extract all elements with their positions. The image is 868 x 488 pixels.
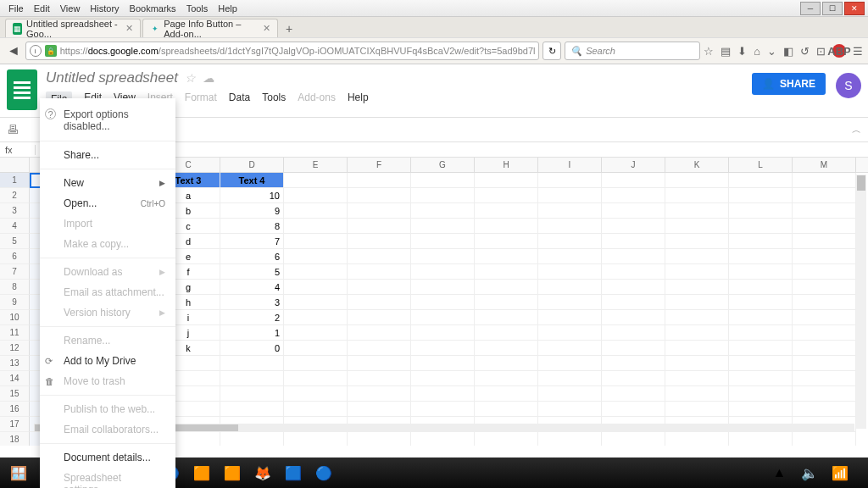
cell[interactable] <box>538 295 602 310</box>
cell[interactable] <box>793 310 856 325</box>
col-header-H[interactable]: H <box>475 158 538 172</box>
cell[interactable] <box>538 264 602 280</box>
cell[interactable] <box>729 234 793 249</box>
cell[interactable] <box>411 295 475 310</box>
cell[interactable] <box>793 234 856 249</box>
cell[interactable]: 6 <box>220 249 284 264</box>
row-header[interactable]: 15 <box>0 386 30 402</box>
cell[interactable] <box>665 325 729 341</box>
cell[interactable] <box>284 341 348 356</box>
menu-format[interactable]: Format <box>185 92 217 107</box>
ff-menu-bookmarks[interactable]: Bookmarks <box>125 2 181 15</box>
cell[interactable] <box>284 203 348 219</box>
cell[interactable] <box>729 310 793 325</box>
cell[interactable] <box>348 203 411 219</box>
cell[interactable] <box>475 432 538 446</box>
bookmark-star-icon[interactable]: ☆ <box>704 45 714 58</box>
new-tab-button[interactable]: + <box>280 20 298 37</box>
cell[interactable] <box>220 371 284 386</box>
screenshot-icon[interactable]: ⊡ <box>816 45 826 58</box>
cell[interactable] <box>665 219 729 234</box>
row-header[interactable]: 16 <box>0 402 30 417</box>
cell[interactable] <box>538 402 602 417</box>
document-title[interactable]: Untitled spreadsheet <box>46 69 178 86</box>
cell[interactable] <box>284 219 348 234</box>
cell[interactable] <box>284 264 348 280</box>
cell[interactable] <box>793 173 856 188</box>
cell[interactable] <box>538 371 602 386</box>
cell[interactable] <box>793 188 856 203</box>
cell[interactable] <box>411 234 475 249</box>
cell[interactable] <box>602 325 665 341</box>
drive-status-icon[interactable]: ☁ <box>203 71 214 85</box>
cell[interactable] <box>538 341 602 356</box>
ff-menu-edit[interactable]: Edit <box>29 2 55 15</box>
cell[interactable] <box>475 280 538 295</box>
row-header[interactable]: 4 <box>0 219 30 234</box>
cell[interactable] <box>348 173 411 188</box>
col-header-F[interactable]: F <box>348 158 411 172</box>
cell[interactable] <box>665 386 729 402</box>
cell[interactable] <box>729 356 793 371</box>
cell[interactable] <box>411 386 475 402</box>
window-minimize-button[interactable]: ─ <box>800 2 821 15</box>
row-header[interactable]: 1 <box>0 173 30 188</box>
taskbar-skype-icon[interactable]: 🔵 <box>310 461 337 485</box>
tab-close-icon[interactable]: ✕ <box>263 23 270 34</box>
cell[interactable] <box>284 249 348 264</box>
row-header[interactable]: 14 <box>0 371 30 386</box>
sync-icon[interactable]: ↺ <box>800 45 810 58</box>
cell[interactable] <box>475 249 538 264</box>
cell[interactable] <box>602 371 665 386</box>
reload-button[interactable]: ↻ <box>542 42 561 60</box>
cell[interactable]: 8 <box>220 219 284 234</box>
sheets-logo-icon[interactable] <box>7 69 37 110</box>
file-menu-item[interactable]: ⟳Add to My Drive <box>40 351 175 371</box>
tab-close-icon[interactable]: ✕ <box>125 23 133 34</box>
cell[interactable] <box>538 325 602 341</box>
address-bar[interactable]: i 🔒 https://docs.google.com/spreadsheets… <box>25 42 540 60</box>
star-icon[interactable]: ☆ <box>185 71 196 85</box>
cell[interactable] <box>475 203 538 219</box>
cell[interactable] <box>793 325 856 341</box>
cell[interactable] <box>538 173 602 188</box>
cell[interactable] <box>284 386 348 402</box>
cell[interactable] <box>793 280 856 295</box>
cell[interactable] <box>475 234 538 249</box>
menu-addons[interactable]: Add-ons <box>298 92 336 107</box>
cell[interactable] <box>793 341 856 356</box>
pocket-icon[interactable]: ⌄ <box>767 45 776 58</box>
downloads-icon[interactable]: ⬇ <box>737 45 747 58</box>
cell[interactable] <box>665 432 729 446</box>
cell[interactable] <box>220 432 284 446</box>
col-header-D[interactable]: D <box>220 158 284 172</box>
start-button[interactable]: 🪟 <box>5 461 32 485</box>
cell[interactable] <box>411 371 475 386</box>
cell[interactable]: 2 <box>220 310 284 325</box>
row-header[interactable]: 7 <box>0 264 30 280</box>
cell[interactable] <box>411 219 475 234</box>
cell[interactable] <box>602 356 665 371</box>
cell[interactable] <box>602 386 665 402</box>
cell[interactable] <box>475 295 538 310</box>
cell[interactable]: 5 <box>220 264 284 280</box>
cell[interactable] <box>729 188 793 203</box>
cell[interactable] <box>538 219 602 234</box>
cell[interactable] <box>793 295 856 310</box>
cell[interactable] <box>348 234 411 249</box>
cell[interactable] <box>793 203 856 219</box>
cell[interactable] <box>475 310 538 325</box>
cell[interactable] <box>793 264 856 280</box>
search-box[interactable]: 🔍 Search <box>565 42 700 60</box>
cell[interactable] <box>665 280 729 295</box>
file-menu-item[interactable]: Open...Ctrl+O <box>40 193 175 214</box>
cell[interactable] <box>284 188 348 203</box>
cell[interactable] <box>411 310 475 325</box>
ff-menu-history[interactable]: History <box>85 2 124 15</box>
cell[interactable] <box>538 203 602 219</box>
menu-data[interactable]: Data <box>229 92 250 107</box>
cell[interactable] <box>411 432 475 446</box>
browser-tab-addon[interactable]: ✦ Page Info Button – Add-on... ✕ <box>142 19 278 37</box>
home-icon[interactable]: ⌂ <box>754 45 760 58</box>
cell[interactable] <box>538 432 602 446</box>
